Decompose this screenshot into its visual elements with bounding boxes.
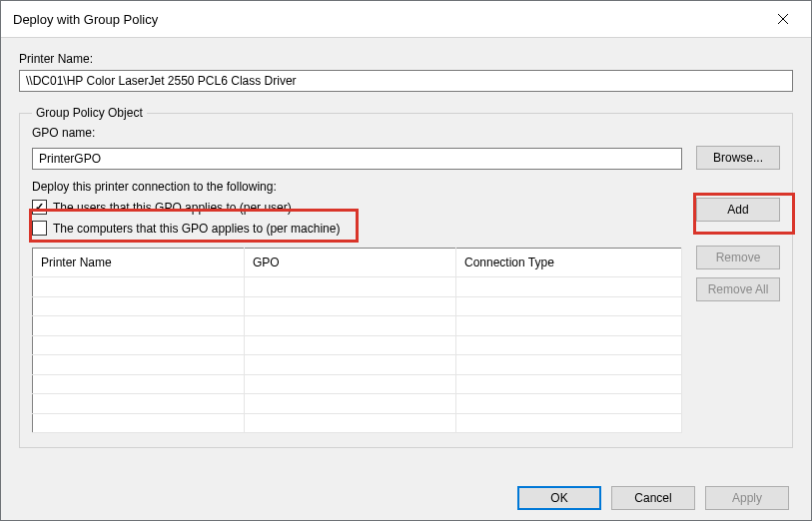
col-printer-name[interactable]: Printer Name [33, 249, 245, 277]
table-row[interactable] [33, 374, 682, 394]
add-button[interactable]: Add [696, 198, 780, 222]
browse-button[interactable]: Browse... [696, 146, 780, 170]
table-row[interactable] [33, 355, 682, 375]
group-policy-object-fieldset: Group Policy Object GPO name: Deploy thi… [19, 106, 793, 448]
deployment-table[interactable]: Printer Name GPO Connection Type [32, 248, 682, 433]
checkbox-per-machine-label: The computers that this GPO applies to (… [53, 222, 340, 236]
col-gpo[interactable]: GPO [245, 249, 456, 277]
checkbox-per-machine[interactable] [32, 221, 47, 236]
gpo-name-field[interactable] [32, 148, 682, 170]
gpo-legend: Group Policy Object [32, 106, 147, 120]
table-row[interactable] [33, 296, 682, 316]
checkbox-per-user-row[interactable]: The users that this GPO applies to (per … [32, 200, 682, 215]
close-button[interactable] [767, 3, 799, 35]
table-row[interactable] [33, 335, 682, 355]
checkbox-per-user[interactable] [32, 200, 47, 215]
apply-button[interactable]: Apply [705, 486, 789, 510]
cancel-button[interactable]: Cancel [611, 486, 695, 510]
printer-name-label: Printer Name: [19, 52, 93, 66]
remove-button[interactable]: Remove [696, 246, 780, 269]
close-icon [777, 13, 789, 25]
dialog-footer: OK Cancel Apply [517, 486, 789, 510]
deploy-to-label: Deploy this printer connection to the fo… [32, 180, 682, 194]
table-row[interactable] [33, 316, 682, 336]
col-connection-type[interactable]: Connection Type [456, 249, 682, 277]
gpo-name-label: GPO name: [32, 126, 95, 140]
table-row[interactable] [33, 277, 682, 297]
printer-name-field[interactable] [19, 70, 793, 92]
checkbox-per-machine-row[interactable]: The computers that this GPO applies to (… [32, 221, 682, 236]
checkbox-per-user-label: The users that this GPO applies to (per … [53, 201, 292, 215]
table-row[interactable] [33, 413, 682, 433]
table-row[interactable] [33, 394, 682, 414]
remove-all-button[interactable]: Remove All [696, 277, 780, 301]
window-title: Deploy with Group Policy [13, 12, 767, 27]
dialog-body: Printer Name: Group Policy Object GPO na… [1, 38, 811, 448]
dialog-deploy-group-policy: Deploy with Group Policy Printer Name: G… [0, 0, 812, 521]
ok-button[interactable]: OK [517, 486, 601, 510]
titlebar: Deploy with Group Policy [1, 1, 811, 38]
